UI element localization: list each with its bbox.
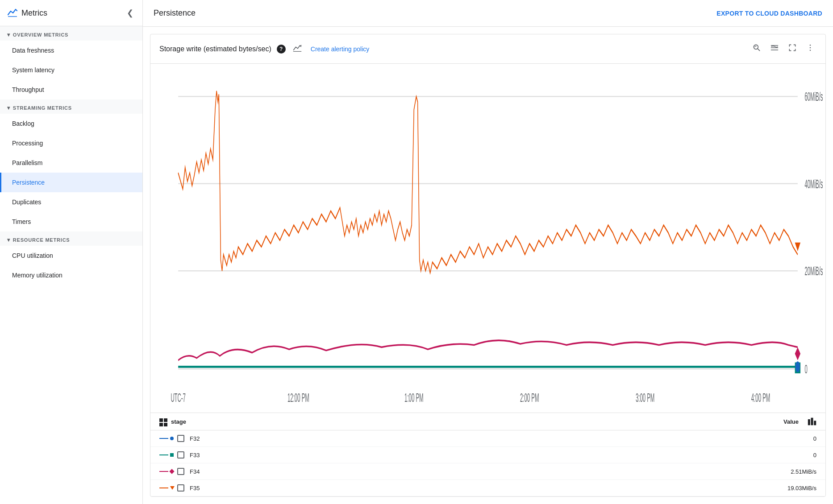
sidebar-item-memory-utilization[interactable]: Memory utilization — [0, 265, 142, 285]
page-title: Persistence — [154, 8, 196, 18]
sidebar-item-cpu-utilization[interactable]: CPU utilization — [0, 246, 142, 265]
f33-indicator — [159, 453, 177, 457]
f35-checkbox[interactable] — [177, 484, 184, 492]
f32-name: F32 — [190, 435, 763, 442]
svg-rect-27 — [814, 421, 816, 425]
chart-toolbar: Storage write (estimated bytes/sec) ? Cr… — [150, 34, 825, 64]
sidebar-item-data-freshness[interactable]: Data freshness — [0, 41, 142, 60]
f34-value: 2.51MiB/s — [763, 468, 816, 475]
svg-point-4 — [810, 45, 811, 46]
f34-name: F34 — [190, 468, 763, 475]
brand-icon — [7, 7, 18, 20]
legend-bars-col-header — [799, 417, 816, 426]
svg-point-5 — [810, 47, 811, 49]
f34-indicator — [159, 470, 177, 473]
section-overview-metrics[interactable]: ▾ OVERVIEW METRICS — [0, 26, 142, 41]
legend-table: stage Value F32 0 — [150, 413, 825, 496]
svg-line-2 — [300, 45, 301, 46]
legend-table-header: stage Value — [150, 413, 825, 430]
svg-text:2:00 PM: 2:00 PM — [520, 391, 539, 404]
sidebar-item-processing[interactable]: Processing — [0, 133, 142, 153]
chart-card: Storage write (estimated bytes/sec) ? Cr… — [150, 34, 826, 497]
section-resource-metrics[interactable]: ▾ RESOURCE METRICS — [0, 231, 142, 246]
f32-indicator — [159, 437, 177, 440]
section-streaming-metrics[interactable]: ▾ STREAMING METRICS — [0, 99, 142, 114]
sidebar-brand: Metrics — [7, 7, 47, 20]
svg-point-6 — [810, 50, 811, 51]
grid-icon — [159, 417, 167, 426]
sidebar-item-duplicates[interactable]: Duplicates — [0, 192, 142, 212]
chart-title: Storage write (estimated bytes/sec) — [159, 45, 271, 53]
svg-text:0: 0 — [804, 362, 807, 376]
sidebar-item-system-latency[interactable]: System latency — [0, 60, 142, 80]
chevron-down-icon: ▾ — [7, 105, 10, 111]
fullscreen-icon-button[interactable] — [786, 41, 799, 56]
svg-text:3:00 PM: 3:00 PM — [636, 391, 654, 404]
search-icon-button[interactable] — [750, 41, 763, 56]
chevron-down-icon: ▾ — [7, 32, 10, 38]
f33-name: F33 — [190, 452, 763, 459]
sidebar-item-backlog[interactable]: Backlog — [0, 114, 142, 133]
main-content: Persistence EXPORT TO CLOUD DASHBOARD St… — [143, 0, 833, 504]
svg-text:1:00 PM: 1:00 PM — [404, 391, 423, 404]
svg-text:12:00 PM: 12:00 PM — [287, 391, 309, 404]
f32-value: 0 — [763, 435, 816, 442]
f35-value: 19.03MiB/s — [763, 485, 816, 492]
sidebar-collapse-button[interactable]: ❮ — [125, 6, 135, 20]
brand-name: Metrics — [21, 8, 47, 18]
table-row: F34 2.51MiB/s — [150, 463, 825, 480]
svg-marker-15 — [795, 243, 800, 252]
svg-text:UTC-7: UTC-7 — [171, 391, 186, 404]
compare-icon-button[interactable] — [768, 41, 781, 56]
legend-stage-col-header: stage — [159, 417, 745, 426]
create-alerting-policy-button[interactable]: Create alerting policy — [311, 45, 370, 53]
svg-text:40MiB/s: 40MiB/s — [804, 177, 823, 190]
sidebar-item-throughput[interactable]: Throughput — [0, 80, 142, 99]
f35-name: F35 — [190, 485, 763, 492]
table-row: F35 19.03MiB/s — [150, 480, 825, 496]
legend-value-col-header: Value — [745, 418, 799, 425]
sidebar-item-persistence[interactable]: Persistence — [0, 173, 142, 192]
metrics-icon-button[interactable] — [291, 41, 304, 56]
f33-checkbox[interactable] — [177, 451, 184, 459]
table-row: F32 0 — [150, 430, 825, 447]
f35-indicator — [159, 486, 177, 490]
f32-checkbox[interactable] — [177, 435, 184, 442]
svg-point-18 — [796, 361, 800, 372]
table-row: F33 0 — [150, 447, 825, 463]
sidebar: Metrics ❮ ▾ OVERVIEW METRICS Data freshn… — [0, 0, 143, 504]
sidebar-item-parallelism[interactable]: Parallelism — [0, 153, 142, 173]
svg-rect-26 — [811, 418, 813, 426]
sidebar-item-timers[interactable]: Timers — [0, 212, 142, 231]
svg-rect-25 — [808, 419, 810, 425]
export-to-cloud-dashboard-button[interactable]: EXPORT TO CLOUD DASHBOARD — [716, 10, 822, 17]
svg-text:60MiB/s: 60MiB/s — [804, 90, 823, 103]
f34-checkbox[interactable] — [177, 468, 184, 475]
main-header: Persistence EXPORT TO CLOUD DASHBOARD — [143, 0, 833, 27]
svg-text:4:00 PM: 4:00 PM — [751, 391, 770, 404]
svg-marker-16 — [795, 347, 800, 360]
help-icon[interactable]: ? — [277, 45, 286, 54]
chevron-down-icon: ▾ — [7, 237, 10, 243]
f33-value: 0 — [763, 452, 816, 459]
more-options-icon-button[interactable] — [804, 41, 816, 56]
svg-text:20MiB/s: 20MiB/s — [804, 264, 823, 277]
sidebar-header: Metrics ❮ — [0, 0, 142, 26]
